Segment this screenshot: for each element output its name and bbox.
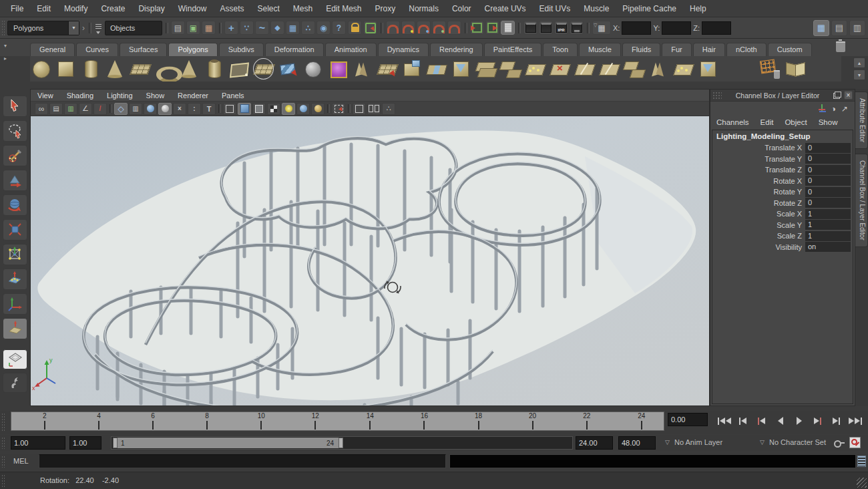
selection-mask-dropdown[interactable]: Objects (105, 21, 162, 35)
chamfer-vertex-icon[interactable] (697, 57, 719, 80)
step-forward-frame-button[interactable] (828, 413, 845, 429)
menubar-item[interactable]: Edit (30, 2, 57, 15)
node-connections-icon[interactable] (382, 103, 395, 115)
combine-icon[interactable] (475, 57, 497, 80)
shelf-tab[interactable]: PaintEffects (484, 43, 542, 56)
toggle-attribute-editor-icon[interactable] (849, 20, 865, 36)
channel-label[interactable]: Visibility (712, 243, 805, 251)
channel-label[interactable]: Translate Y (712, 155, 805, 163)
panel-menu-item[interactable]: Shading (60, 92, 100, 100)
mask-deformations-icon[interactable] (286, 21, 300, 35)
select-tool-button[interactable] (3, 96, 27, 117)
shelf-tab[interactable]: nCloth (726, 43, 767, 56)
animation-start-field[interactable] (11, 436, 65, 450)
range-slider[interactable]: 1 24 (111, 436, 573, 450)
channel-value-field[interactable]: 0 (805, 154, 851, 164)
poly-cone-icon[interactable] (104, 57, 126, 80)
insert-edge-loop-icon[interactable] (598, 57, 620, 80)
shelf-tab[interactable]: Dynamics (378, 43, 429, 56)
panel-menu-item[interactable]: Show (140, 92, 172, 100)
scale-tool-button[interactable] (3, 219, 27, 240)
reduce-icon[interactable] (277, 57, 299, 80)
duplicate-face-icon[interactable] (623, 57, 645, 80)
channel-box-menu-item[interactable]: Object (785, 118, 807, 126)
close-icon[interactable]: × (844, 91, 853, 100)
tool-mode-dropdown[interactable]: Polygons ▼ (7, 21, 79, 35)
poly-pipe-icon[interactable] (203, 57, 225, 80)
merge-vertices-icon[interactable] (524, 57, 546, 80)
target-weld-icon[interactable] (672, 57, 694, 80)
poly-cube-icon[interactable] (55, 57, 77, 80)
shelf-tab[interactable]: Rendering (430, 43, 483, 56)
soft-modification-tool-button[interactable] (3, 269, 27, 290)
sculpt-geometry-icon[interactable] (302, 57, 324, 80)
shelf-tab[interactable]: Curves (76, 43, 118, 56)
shelf-tab[interactable]: Muscle (579, 43, 621, 56)
split-polygon-icon[interactable] (574, 57, 596, 80)
character-set-selector[interactable]: No Character Set (769, 438, 826, 446)
sidebar-vertical-tab[interactable]: Attribute Editor (855, 92, 868, 149)
auto-keyframe-toggle-icon[interactable] (849, 437, 861, 448)
drag-grip[interactable] (1, 474, 5, 487)
sidebar-vertical-tab[interactable]: Channel Box / Layer Editor (855, 154, 868, 247)
mask-handles-icon[interactable] (240, 21, 254, 35)
menubar-item[interactable]: Muscle (577, 2, 616, 15)
shelf-tab[interactable]: Hair (693, 43, 725, 56)
snap-to-grid-icon[interactable] (386, 21, 400, 35)
poly-torus-icon[interactable] (154, 57, 176, 80)
smooth-icon[interactable] (252, 57, 274, 80)
channel-label[interactable]: Translate X (712, 144, 805, 152)
move-tool-button[interactable] (3, 170, 27, 191)
rotate-tool-button[interactable] (3, 194, 27, 216)
snap-to-view-plane-icon[interactable] (447, 21, 461, 35)
drag-grip[interactable] (1, 437, 5, 449)
film-gate-icon[interactable] (129, 103, 142, 115)
universal-manipulator-button[interactable] (3, 244, 27, 265)
drag-grip[interactable] (1, 413, 5, 432)
set-key-icon[interactable] (834, 439, 845, 447)
channel-label[interactable]: Scale X (712, 210, 805, 218)
current-time-field[interactable] (668, 413, 708, 426)
channel-label[interactable]: Rotate Z (712, 199, 805, 207)
channel-value-field[interactable]: 1 (805, 209, 851, 219)
mask-dynamics-icon[interactable] (301, 21, 315, 35)
channel-box-titlebar[interactable]: Channel Box / Layer Editor × (710, 90, 855, 102)
y-coordinate-field[interactable] (662, 21, 691, 35)
poly-plane-icon[interactable] (129, 57, 151, 80)
extrude-icon[interactable] (401, 57, 423, 80)
selected-object-name[interactable]: Lighting_Modeling_Setup (712, 130, 853, 142)
gate-mask-icon[interactable] (158, 103, 172, 115)
smooth-shade-icon[interactable] (238, 103, 251, 115)
step-back-key-button[interactable] (753, 413, 770, 429)
menubar-item[interactable]: Select (250, 2, 286, 15)
sculpt-fold-icon[interactable] (784, 57, 806, 80)
poly-pyramid-icon[interactable] (178, 57, 200, 80)
render-current-frame-icon[interactable] (539, 21, 553, 35)
menubar-item[interactable]: Color (445, 2, 478, 15)
field-chart-icon[interactable] (173, 103, 186, 115)
menubar-item[interactable]: Edit UVs (533, 2, 578, 15)
menubar-item[interactable]: Pipeline Cache (616, 2, 683, 15)
panel-menu-item[interactable]: Lighting (100, 92, 140, 100)
channel-value-field[interactable]: 0 (805, 198, 851, 208)
range-start-handle[interactable] (113, 438, 118, 448)
shadows-icon[interactable] (311, 103, 324, 115)
grid-icon[interactable] (114, 103, 128, 115)
shelf-tab[interactable]: Deformation (265, 43, 324, 56)
channel-label[interactable]: Translate Z (712, 166, 805, 174)
ipr-render-icon[interactable]: IPR (554, 21, 568, 35)
mask-misc-icon[interactable] (332, 21, 346, 35)
channel-value-field[interactable]: 0 (805, 187, 851, 197)
shelf-tab[interactable]: Animation (325, 43, 377, 56)
viewport-canvas[interactable]: x y (31, 116, 709, 405)
poly-cylinder-icon[interactable] (79, 57, 101, 80)
playback-range-bar[interactable]: 1 24 (113, 438, 343, 448)
menubar-item[interactable]: Help (683, 2, 713, 15)
use-all-lights-icon[interactable] (282, 103, 295, 115)
channel-label[interactable]: Rotate Y (712, 188, 805, 196)
shelf-tab[interactable]: Polygons (168, 43, 217, 56)
shelf-menu-arrows[interactable]: ▾▸ (0, 39, 11, 82)
mirror-geometry-icon[interactable] (648, 57, 670, 80)
anim-layer-selector[interactable]: No Anim Layer (674, 438, 722, 446)
menubar-item[interactable]: Modify (57, 2, 94, 15)
